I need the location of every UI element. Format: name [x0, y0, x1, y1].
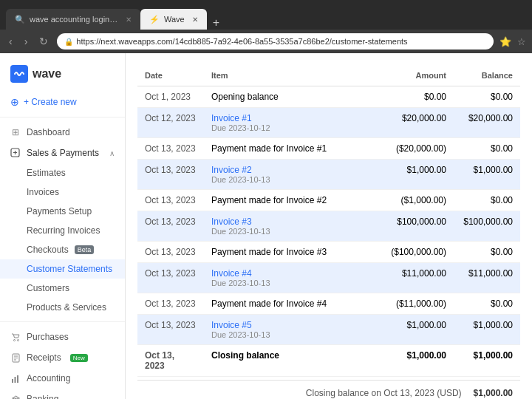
- wave-logo-icon: [10, 65, 28, 83]
- svg-rect-6: [17, 375, 18, 383]
- receipts-icon: [10, 352, 21, 363]
- cell-item[interactable]: Invoice #1Due 2023-10-12: [204, 108, 372, 138]
- cell-balance: $11,000.00: [454, 263, 520, 293]
- sidebar-item-customers[interactable]: Customers: [0, 279, 125, 298]
- chevron-down-icon: ∧: [109, 149, 115, 157]
- table-row: Oct 12, 2023Invoice #1Due 2023-10-12$20,…: [137, 108, 520, 138]
- sidebar-label-recurring-invoices: Recurring Invoices: [27, 225, 100, 236]
- cell-amount: ($11,000.00): [372, 293, 454, 315]
- table-row: Oct 13, 2023Invoice #2Due 2023-10-13$1,0…: [137, 160, 520, 190]
- sidebar-item-estimates[interactable]: Estimates: [0, 163, 125, 183]
- tab-favicon-wave: ⚡: [149, 15, 160, 24]
- table-row: Oct 1, 2023Opening balance$0.00$0.00: [137, 86, 520, 108]
- lock-icon: 🔒: [64, 38, 73, 46]
- cell-item: Payment made for Invoice #2: [204, 190, 372, 211]
- sidebar-label-invoices: Invoices: [27, 187, 59, 197]
- cell-balance: $0.00: [454, 138, 520, 160]
- cell-balance: $100,000.00: [454, 211, 520, 242]
- sidebar-item-products-services[interactable]: Products & Services: [0, 298, 125, 317]
- purchases-icon: [10, 332, 21, 342]
- cell-date: Oct 13, 2023: [137, 242, 204, 263]
- forward-btn[interactable]: ›: [21, 34, 31, 49]
- browser-tabs: 🔍 wave accounting login - Search ✕ ⚡ Wav…: [6, 0, 225, 30]
- svg-point-1: [13, 339, 15, 341]
- sidebar-item-purchases[interactable]: Purchases: [0, 327, 125, 347]
- tab-close-wave-btn[interactable]: ✕: [192, 16, 198, 24]
- sidebar-label-receipts: Receipts: [27, 352, 61, 363]
- table-row: Oct 13, 2023Payment made for Invoice #3(…: [137, 242, 520, 263]
- cell-date: Oct 12, 2023: [137, 108, 204, 138]
- url-text: https://next.waveapps.com/14cdb885-7a92-…: [76, 37, 407, 46]
- address-bar[interactable]: 🔒 https://next.waveapps.com/14cdb885-7a9…: [57, 33, 494, 50]
- cell-date: Oct 13, 2023: [137, 160, 204, 190]
- cell-item: Closing balance: [204, 345, 372, 377]
- tab-wave[interactable]: ⚡ Wave ✕: [140, 9, 207, 30]
- sidebar-item-receipts[interactable]: Receipts New: [0, 347, 125, 368]
- due-date: Due 2023-10-13: [211, 175, 365, 184]
- cell-item[interactable]: Invoice #4Due 2023-10-13: [204, 263, 372, 293]
- tab-search[interactable]: 🔍 wave accounting login - Search ✕: [6, 9, 140, 30]
- table-row: Oct 13, 2023Payment made for Invoice #2(…: [137, 190, 520, 211]
- table-row: Oct 13, 2023Invoice #3Due 2023-10-13$100…: [137, 211, 520, 242]
- back-btn[interactable]: ‹: [6, 34, 16, 49]
- col-header-date: Date: [137, 65, 204, 86]
- cell-amount: $1,000.00: [372, 160, 454, 190]
- sidebar-divider-1: [0, 117, 125, 117]
- cell-date: Oct 13, 2023: [137, 315, 204, 345]
- tab-favicon: 🔍: [15, 15, 25, 24]
- sidebar-item-recurring-invoices[interactable]: Recurring Invoices: [0, 221, 125, 240]
- cell-date: Oct 13, 2023: [137, 263, 204, 293]
- cell-amount: $20,000.00: [372, 108, 454, 138]
- create-new-label: + Create new: [24, 97, 77, 107]
- sidebar-item-banking[interactable]: Banking: [0, 389, 125, 399]
- sidebar-label-sales: Sales & Payments: [27, 148, 99, 158]
- new-tab-btn[interactable]: +: [207, 16, 225, 30]
- cell-date: Oct 13, 2023: [137, 211, 204, 242]
- create-new-button[interactable]: ⊕ + Create new: [0, 92, 125, 112]
- sidebar-item-dashboard[interactable]: ⊞ Dashboard: [0, 122, 125, 143]
- cell-item[interactable]: Invoice #5Due 2023-10-13: [204, 315, 372, 345]
- invoice-link[interactable]: Invoice #2: [211, 165, 252, 175]
- cell-amount: $100,000.00: [372, 211, 454, 242]
- invoice-link[interactable]: Invoice #1: [211, 113, 252, 123]
- sidebar-label-dashboard: Dashboard: [27, 127, 70, 137]
- tab-title: wave accounting login - Search: [30, 15, 118, 24]
- invoice-link[interactable]: Invoice #5: [211, 320, 252, 330]
- tab-close-btn[interactable]: ✕: [126, 16, 132, 24]
- invoice-link[interactable]: Invoice #3: [211, 216, 252, 227]
- svg-rect-5: [14, 377, 16, 383]
- sidebar-item-invoices[interactable]: Invoices: [0, 183, 125, 202]
- browser-action-icons: ⭐ ☆: [499, 36, 526, 47]
- cell-item[interactable]: Invoice #2Due 2023-10-13: [204, 160, 372, 190]
- sidebar: wave ⊕ + Create new ⊞ Dashboard Sales & …: [0, 53, 126, 399]
- sidebar-item-payments-setup[interactable]: Payments Setup: [0, 202, 125, 221]
- cell-amount: $1,000.00: [372, 315, 454, 345]
- cell-item: Payment made for Invoice #4: [204, 293, 372, 315]
- cell-amount: $11,000.00: [372, 263, 454, 293]
- due-date: Due 2023-10-13: [211, 330, 365, 339]
- sidebar-logo: wave: [0, 59, 125, 92]
- checkouts-beta-badge: Beta: [75, 245, 95, 254]
- extensions-icon[interactable]: ⭐: [499, 36, 511, 47]
- app-name: wave: [33, 67, 61, 81]
- sidebar-item-customer-statements[interactable]: Customer Statements: [0, 259, 125, 279]
- cell-balance: $1,000.00: [454, 345, 520, 377]
- address-bar-row: ‹ › ↻ 🔒 https://next.waveapps.com/14cdb8…: [0, 30, 532, 53]
- sidebar-item-checkouts[interactable]: Checkouts Beta: [0, 240, 125, 259]
- invoice-link[interactable]: Invoice #4: [211, 268, 252, 279]
- sidebar-item-accounting[interactable]: Accounting: [0, 368, 125, 389]
- favorites-icon[interactable]: ☆: [517, 36, 526, 47]
- cell-item: Payment made for Invoice #1: [204, 138, 372, 160]
- cell-item: Payment made for Invoice #3: [204, 242, 372, 263]
- sidebar-label-payments-setup: Payments Setup: [27, 206, 92, 216]
- closing-balance-amount: $1,000.00: [474, 388, 513, 398]
- due-date: Due 2023-10-13: [211, 279, 365, 287]
- sidebar-label-customers: Customers: [27, 283, 69, 293]
- table-row: Oct 13, 2023Invoice #4Due 2023-10-13$11,…: [137, 263, 520, 293]
- sidebar-section-sales[interactable]: Sales & Payments ∧: [0, 143, 125, 163]
- sidebar-label-purchases: Purchases: [27, 332, 69, 342]
- cell-item[interactable]: Invoice #3Due 2023-10-13: [204, 211, 372, 242]
- dashboard-icon: ⊞: [10, 127, 21, 137]
- refresh-btn[interactable]: ↻: [36, 34, 51, 49]
- sidebar-label-products-services: Products & Services: [27, 302, 106, 313]
